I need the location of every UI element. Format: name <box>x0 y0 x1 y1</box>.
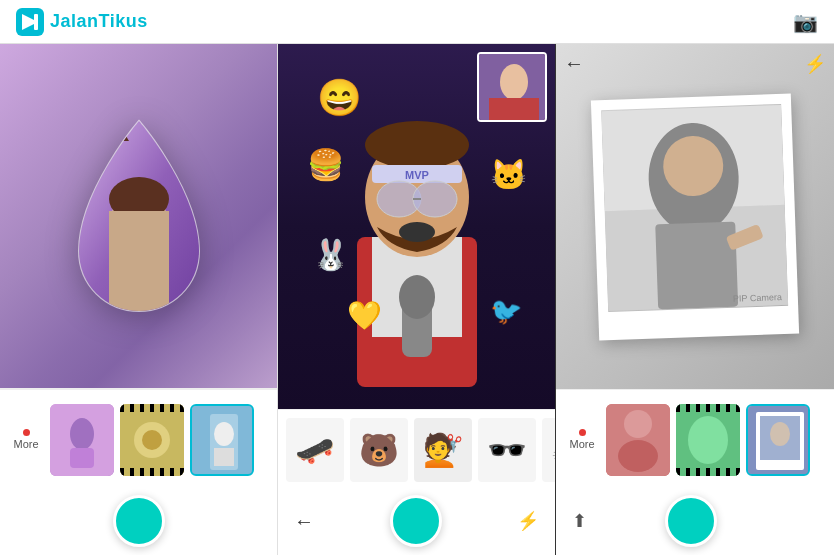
svg-point-17 <box>214 422 234 446</box>
center-shutter-button[interactable] <box>390 495 442 547</box>
right-thumbnail-1[interactable] <box>606 404 670 476</box>
right-bottom-section: More <box>556 389 834 555</box>
sticker-heart[interactable]: 💛 <box>347 299 382 332</box>
svg-point-46 <box>688 416 728 464</box>
left-panel: More <box>0 44 278 555</box>
polaroid-inner: PIP Camera <box>601 103 788 311</box>
logo-icon <box>16 8 44 36</box>
left-more-button[interactable]: More <box>8 429 44 450</box>
left-image-area <box>0 44 277 388</box>
droplet-frame <box>59 111 219 321</box>
camera-button[interactable]: 📷 <box>793 10 818 34</box>
sticker-emoji-face[interactable]: 😄 <box>317 77 362 119</box>
svg-point-10 <box>70 418 94 450</box>
more-label: More <box>13 438 38 450</box>
svg-rect-6 <box>109 211 169 311</box>
right-more-dot <box>579 429 586 436</box>
right-top-nav: ← ⚡ <box>564 52 826 75</box>
sticker-rabbit[interactable]: 🐰 <box>312 237 349 272</box>
right-share-icon[interactable]: ⬆ <box>572 510 587 532</box>
svg-point-14 <box>142 430 162 450</box>
svg-rect-18 <box>214 448 234 466</box>
right-thumbnail-bar: More <box>556 389 834 489</box>
svg-marker-7 <box>111 121 129 141</box>
polaroid-person <box>601 103 788 311</box>
svg-marker-8 <box>157 121 173 141</box>
logo: JalanTikus <box>16 8 148 36</box>
center-image-area: MVP 😄 🍔 🐱 🐰 🐦 <box>278 44 555 409</box>
right-thumbnail-2[interactable] <box>676 404 740 476</box>
sticker-option-2[interactable]: 🐻 <box>350 418 408 482</box>
svg-point-34 <box>399 275 435 319</box>
app-header: JalanTikus 📷 <box>0 0 834 44</box>
right-panel: ← ⚡ <box>556 44 834 555</box>
right-flash-button[interactable]: ⚡ <box>804 53 826 75</box>
sticker-option-5[interactable]: 🐱 <box>542 418 555 482</box>
right-shutter-area: ⬆ <box>556 489 834 555</box>
right-image-area: ← ⚡ <box>556 44 834 389</box>
left-shutter-area <box>0 489 277 555</box>
center-flash-button[interactable]: ⚡ <box>517 510 539 532</box>
sticker-option-1[interactable]: 🛹 <box>286 418 344 482</box>
center-sticker-bar: 🛹 🐻 💇 🕶️ 🐱 ← ⚡ <box>278 409 555 555</box>
left-thumbnail-1[interactable] <box>50 404 114 476</box>
svg-rect-2 <box>34 14 38 30</box>
right-back-button[interactable]: ← <box>564 52 584 75</box>
main-content: More <box>0 44 834 555</box>
polaroid-frame: PIP Camera <box>591 93 799 340</box>
sticker-option-3[interactable]: 💇 <box>414 418 472 482</box>
right-thumbnail-3[interactable] <box>746 404 810 476</box>
svg-point-43 <box>624 410 652 438</box>
more-dot <box>23 429 30 436</box>
left-thumbnail-bar: More <box>0 389 277 489</box>
left-shutter-button[interactable] <box>113 495 165 547</box>
svg-point-32 <box>399 222 435 242</box>
sticker-option-4[interactable]: 🕶️ <box>478 418 536 482</box>
sticker-bird[interactable]: 🐦 <box>490 296 522 327</box>
svg-text:MVP: MVP <box>405 169 429 181</box>
svg-rect-11 <box>70 448 94 468</box>
center-controls: ← ⚡ <box>278 489 555 555</box>
svg-point-44 <box>618 440 658 472</box>
pip-camera-label: PIP Camera <box>733 292 782 304</box>
center-sticker-row: 🛹 🐻 💇 🕶️ 🐱 <box>278 409 555 489</box>
left-thumbnail-2[interactable] <box>120 404 184 476</box>
right-more-label: More <box>569 438 594 450</box>
svg-point-50 <box>770 422 790 446</box>
logo-text: JalanTikus <box>50 11 148 32</box>
right-more-button[interactable]: More <box>564 429 600 450</box>
right-shutter-button[interactable] <box>665 495 717 547</box>
svg-point-26 <box>365 121 469 169</box>
center-back-button[interactable]: ← <box>294 510 314 533</box>
center-person: MVP <box>317 77 517 387</box>
sticker-cat[interactable]: 🐱 <box>490 157 527 192</box>
center-panel: MVP 😄 🍔 🐱 🐰 🐦 <box>278 44 556 555</box>
svg-rect-40 <box>655 221 738 309</box>
left-thumbnail-3[interactable] <box>190 404 254 476</box>
sticker-burger[interactable]: 🍔 <box>307 147 344 182</box>
